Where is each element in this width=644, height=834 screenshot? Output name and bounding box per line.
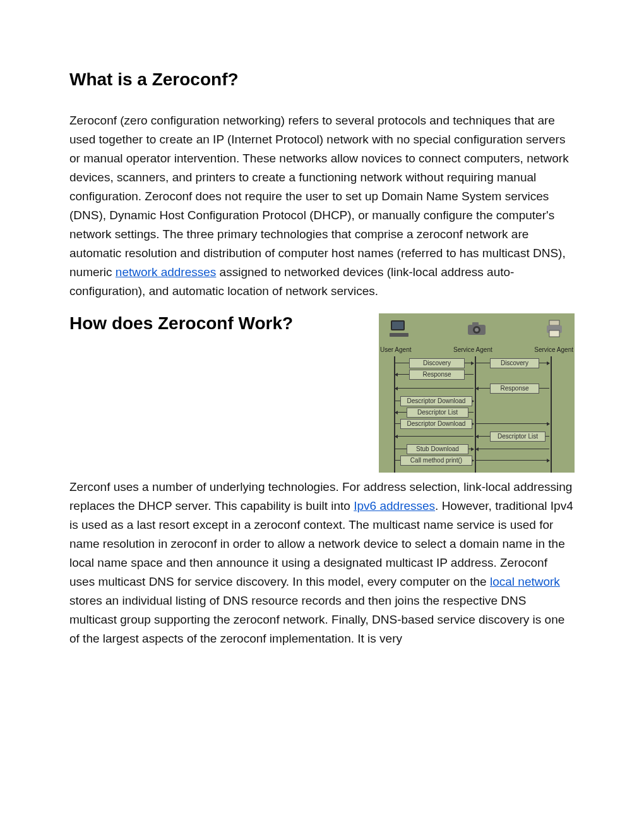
msg-descriptor-list-1: Descriptor List [407, 408, 468, 418]
msg-response-2: Response [490, 384, 539, 394]
svg-rect-2 [390, 333, 408, 337]
monitor-icon [388, 317, 410, 340]
msg-descriptor-list-2: Descriptor List [490, 432, 546, 442]
paragraph-how-works: Zerconf uses a number of underlying tech… [69, 478, 575, 648]
msg-discovery-1: Discovery [409, 358, 465, 368]
msg-call-method: Call method print() [400, 456, 472, 466]
msg-stub-download: Stub Download [407, 444, 468, 454]
how-text-c: stores an individual listing of DNS reso… [69, 594, 564, 645]
msg-discovery-2: Discovery [490, 358, 539, 368]
link-local-network[interactable]: local network [490, 575, 560, 588]
paragraph-intro: Zeroconf (zero configuration networking)… [69, 111, 575, 301]
sequence-diagram-figure: User Agent Service Agent Service Agent D… [379, 313, 575, 473]
svg-rect-7 [549, 320, 559, 325]
heading-what-is-zeroconf: What is a Zeroconf? [69, 70, 575, 90]
printer-icon [543, 317, 566, 340]
camera-icon [465, 317, 488, 340]
label-user-agent: User Agent [380, 346, 411, 353]
label-service-agent-2: Service Agent [534, 346, 573, 353]
msg-descriptor-download-2: Descriptor Download [400, 419, 472, 429]
label-service-agent-1: Service Agent [453, 346, 492, 353]
svg-point-6 [475, 328, 479, 332]
svg-rect-9 [549, 330, 559, 337]
svg-rect-1 [392, 322, 403, 329]
svg-rect-4 [472, 322, 479, 326]
link-ipv6-addresses[interactable]: Ipv6 addresses [354, 499, 435, 512]
link-network-addresses[interactable]: network addresses [116, 265, 216, 279]
msg-descriptor-download-1: Descriptor Download [400, 396, 472, 406]
intro-text-a: Zeroconf (zero configuration networking)… [69, 114, 569, 279]
msg-response-1: Response [409, 370, 465, 380]
